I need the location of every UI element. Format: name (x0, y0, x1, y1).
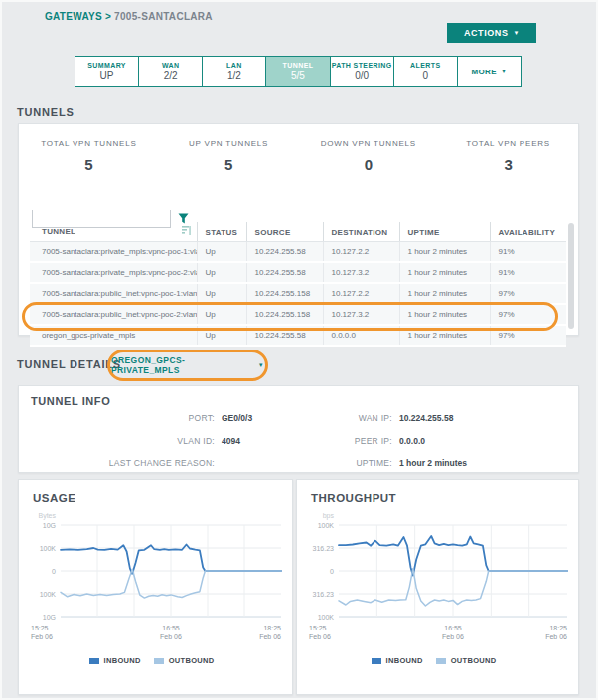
throughput-chart-title: THROUGHPUT (311, 492, 396, 504)
table-row[interactable]: 7005-santaclara:private_mpls:vpnc-poc-2:… (30, 262, 566, 283)
svg-text:18:25: 18:25 (549, 625, 567, 631)
tunnels-card: TOTAL VPN TUNNELS 5 UP VPN TUNNELS 5 DOW… (18, 123, 579, 336)
svg-text:18:25: 18:25 (263, 625, 281, 631)
svg-text:Feb 06: Feb 06 (160, 633, 182, 640)
breadcrumb: GATEWAYS>7005-SANTACLARA (45, 11, 213, 22)
usage-chart-card: USAGE 10G100K0100K10GBytes15:25Feb 0616:… (18, 479, 293, 695)
svg-text:10G: 10G (43, 614, 56, 621)
svg-text:15:25: 15:25 (31, 625, 49, 631)
svg-text:100K: 100K (40, 545, 57, 552)
svg-text:15:25: 15:25 (309, 625, 327, 631)
field-wan-ip: WAN IP:10.224.255.58 (273, 413, 453, 423)
field-vlan-id: VLAN ID:4094 (31, 436, 240, 446)
legend-inbound-swatch (372, 658, 381, 664)
breadcrumb-current: 7005-SANTACLARA (114, 11, 213, 22)
throughput-chart-legend: INBOUND OUTBOUND (297, 656, 578, 665)
svg-text:100K: 100K (318, 522, 335, 529)
caret-down-icon: ▼ (258, 362, 264, 368)
tab-strip: SUMMARY UP WAN 2/2 LAN 1/2 TUNNEL 5/5 PA… (75, 56, 522, 87)
usage-chart-title: USAGE (33, 492, 75, 504)
stat-down-vpn-tunnels: DOWN VPN TUNNELS 0 (299, 139, 439, 173)
svg-text:0: 0 (52, 568, 56, 575)
tab-path-steering[interactable]: PATH STEERING 0/0 (331, 57, 394, 86)
tunnels-section-title: TUNNELS (17, 106, 75, 118)
field-last-change-reason: LAST CHANGE REASON: (31, 458, 222, 468)
actions-button[interactable]: ACTIONS ▼ (447, 23, 536, 43)
tunnels-table-header: TUNNELSTATUSSOURCEDESTINATIONUPTIMEAVAIL… (30, 222, 566, 242)
field-peer-ip: PEER IP:0.0.0.0 (273, 436, 425, 446)
caret-down-icon: ▼ (501, 69, 507, 74)
legend-outbound-swatch (154, 658, 164, 664)
tab-more[interactable]: MORE ▼ (458, 57, 521, 86)
tunnels-table-body: 7005-santaclara:private_mpls:vpnc-poc-1:… (30, 242, 566, 347)
caret-down-icon: ▼ (514, 30, 521, 36)
svg-text:Bytes: Bytes (38, 512, 56, 520)
breadcrumb-separator: > (105, 11, 111, 22)
svg-text:316.23: 316.23 (313, 545, 335, 552)
svg-text:Feb 06: Feb 06 (309, 633, 331, 640)
svg-text:316.23: 316.23 (313, 591, 335, 598)
column-header-availability[interactable]: AVAILABILITY (490, 222, 566, 242)
svg-text:16:55: 16:55 (444, 625, 462, 631)
svg-text:Feb 06: Feb 06 (31, 633, 53, 640)
field-port: PORT:GE0/0/3 (31, 413, 252, 423)
tunnel-info-card: TUNNEL INFO PORT:GE0/0/3 VLAN ID:4094 LA… (18, 385, 579, 473)
tunnel-info-title: TUNNEL INFO (31, 395, 110, 407)
svg-text:100K: 100K (318, 614, 335, 621)
svg-text:Feb 06: Feb 06 (259, 633, 281, 640)
tab-wan[interactable]: WAN 2/2 (139, 57, 203, 86)
column-header-status[interactable]: STATUS (197, 222, 246, 242)
column-header-tunnel[interactable]: TUNNEL (30, 222, 197, 242)
svg-text:bps: bps (323, 512, 335, 520)
breadcrumb-gateways-link[interactable]: GATEWAYS (45, 11, 102, 22)
table-scrollbar[interactable] (568, 223, 574, 329)
legend-outbound-swatch (436, 658, 446, 664)
throughput-chart-card: THROUGHPUT 100K316.230316.23100Kbps15:25… (296, 479, 579, 695)
stat-total-vpn-peers: TOTAL VPN PEERS 3 (438, 139, 578, 173)
table-row[interactable]: 7005-santaclara:public_inet:vpnc-poc-1:v… (30, 283, 566, 304)
legend-inbound-swatch (89, 658, 99, 664)
tab-summary[interactable]: SUMMARY UP (75, 57, 139, 86)
usage-chart: 10G100K0100K10GBytes15:25Feb 0616:55Feb … (23, 511, 289, 652)
throughput-chart: 100K316.230316.23100Kbps15:25Feb 0616:55… (301, 511, 575, 652)
svg-text:10G: 10G (43, 522, 56, 529)
stat-total-vpn-tunnels: TOTAL VPN TUNNELS 5 (19, 139, 159, 173)
column-header-source[interactable]: SOURCE (246, 222, 323, 242)
svg-text:16:55: 16:55 (162, 625, 180, 631)
tunnel-selector-dropdown[interactable]: OREGON_GPCS-PRIVATE_MPLS ▼ (111, 351, 264, 379)
tab-tunnel[interactable]: TUNNEL 5/5 (266, 57, 330, 86)
tunnels-table: TUNNELSTATUSSOURCEDESTINATIONUPTIMEAVAIL… (30, 222, 566, 347)
svg-text:100K: 100K (40, 591, 57, 598)
field-uptime: UPTIME:1 hour 2 minutes (273, 458, 467, 468)
tunnel-details-section-title: TUNNEL DETAILS (17, 358, 121, 370)
table-row[interactable]: oregon_gpcs-private_mplsUp10.224.255.580… (30, 325, 566, 346)
column-header-destination[interactable]: DESTINATION (323, 222, 399, 242)
table-row[interactable]: 7005-santaclara:private_mpls:vpnc-poc-1:… (30, 242, 566, 263)
svg-text:Feb 06: Feb 06 (545, 633, 567, 640)
usage-chart-legend: INBOUND OUTBOUND (19, 656, 292, 665)
vpn-stats: TOTAL VPN TUNNELS 5 UP VPN TUNNELS 5 DOW… (19, 139, 578, 173)
stat-up-vpn-tunnels: UP VPN TUNNELS 5 (159, 139, 299, 173)
svg-text:Feb 06: Feb 06 (442, 633, 464, 640)
sort-icon[interactable] (182, 226, 191, 237)
tab-alerts[interactable]: ALERTS 0 (394, 57, 458, 86)
svg-text:0: 0 (330, 568, 334, 575)
tab-lan[interactable]: LAN 1/2 (203, 57, 266, 86)
table-row[interactable]: 7005-santaclara:public_inet:vpnc-poc-2:v… (30, 304, 566, 325)
column-header-uptime[interactable]: UPTIME (399, 222, 490, 242)
